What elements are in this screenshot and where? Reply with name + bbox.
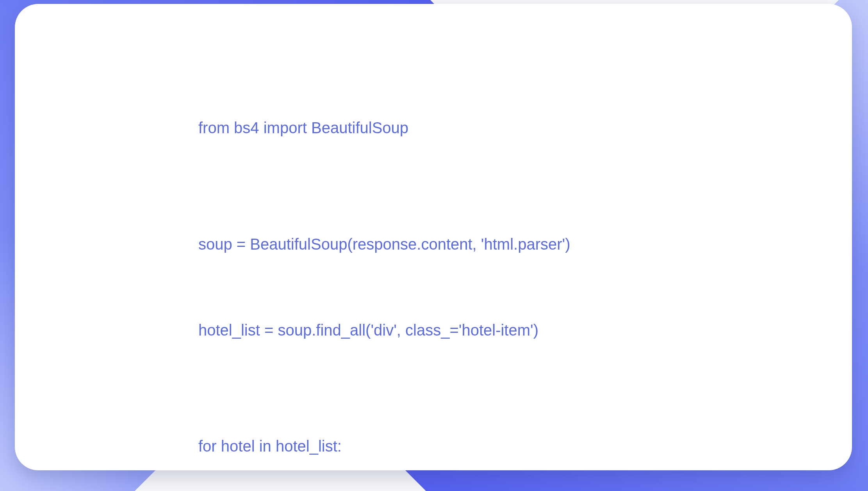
- code-line: from bs4 import BeautifulSoup: [198, 116, 829, 139]
- code-card: from bs4 import BeautifulSoup soup = Bea…: [15, 4, 852, 470]
- slide-stage: from bs4 import BeautifulSoup soup = Bea…: [0, 0, 868, 491]
- code-line: hotel_list = soup.find_all('div', class_…: [198, 319, 829, 342]
- code-block: from bs4 import BeautifulSoup soup = Bea…: [198, 70, 829, 491]
- code-line: soup = BeautifulSoup(response.content, '…: [198, 233, 829, 256]
- code-line: for hotel in hotel_list:: [198, 435, 829, 458]
